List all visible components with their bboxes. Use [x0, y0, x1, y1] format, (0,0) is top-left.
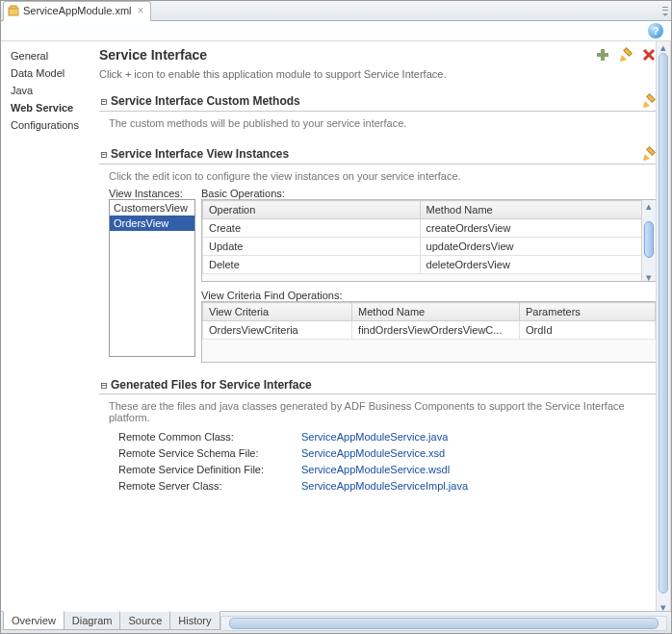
- tab-source[interactable]: Source: [120, 611, 170, 630]
- section-custom-methods: ⊟ Service Interface Custom Methods The c…: [99, 93, 657, 129]
- help-bar: ?: [1, 21, 671, 41]
- column-header[interactable]: Parameters: [519, 303, 655, 321]
- edit-icon[interactable]: [641, 146, 657, 162]
- view-instances-list[interactable]: CustomersView OrdersView: [109, 199, 195, 357]
- list-item[interactable]: OrdersView: [110, 216, 194, 231]
- section-desc: The custom methods will be published to …: [109, 117, 657, 129]
- sidebar-item-configurations[interactable]: Configurations: [1, 116, 90, 134]
- editor-tab-label: ServiceAppModule.xml: [23, 5, 132, 16]
- edit-icon[interactable]: [641, 93, 657, 109]
- svg-rect-14: [647, 147, 655, 155]
- file-link[interactable]: ServiceAppModuleService.java: [301, 431, 657, 443]
- svg-marker-13: [643, 154, 650, 161]
- main-scrollbar[interactable]: ▴ ▾: [656, 41, 670, 611]
- view-criteria-label: View Criteria Find Operations:: [201, 290, 657, 301]
- scroll-thumb[interactable]: [229, 618, 659, 629]
- svg-rect-2: [662, 7, 668, 8]
- file-label: Remote Server Class:: [118, 480, 301, 492]
- column-header[interactable]: Method Name: [352, 303, 520, 321]
- sidebar-item-label: General: [11, 50, 48, 62]
- sidebar-item-general[interactable]: General: [1, 47, 90, 64]
- list-item[interactable]: CustomersView: [110, 200, 194, 216]
- sidebar-item-data-model[interactable]: Data Model: [1, 64, 90, 82]
- close-icon[interactable]: ×: [136, 4, 144, 17]
- app-module-icon: [8, 5, 19, 16]
- svg-rect-12: [647, 94, 655, 102]
- svg-rect-1: [11, 6, 16, 9]
- svg-marker-11: [643, 101, 650, 108]
- table-row[interactable]: DeletedeleteOrdersView: [203, 256, 656, 274]
- sidebar-item-java[interactable]: Java: [1, 82, 90, 99]
- section-desc: These are the files and java classes gen…: [109, 400, 657, 423]
- svg-rect-6: [597, 53, 608, 57]
- edit-icon[interactable]: [618, 47, 633, 63]
- file-link[interactable]: ServiceAppModuleService.wsdl: [301, 464, 657, 475]
- collapse-icon[interactable]: ⊟: [99, 379, 109, 392]
- scroll-down-icon[interactable]: ▾: [657, 601, 670, 611]
- sidebar-item-label: Data Model: [11, 67, 65, 79]
- file-link[interactable]: ServiceAppModuleServiceImpl.java: [301, 480, 657, 492]
- section-view-instances: ⊟ Service Interface View Instances Click…: [99, 146, 657, 363]
- table-row[interactable]: OrdersViewCriteria findOrdersViewOrdersV…: [203, 321, 656, 340]
- view-criteria-table: View Criteria Method Name Parameters Ord…: [201, 301, 657, 363]
- svg-marker-7: [620, 55, 627, 62]
- scroll-down-icon[interactable]: ▾: [642, 271, 656, 281]
- tab-history[interactable]: History: [170, 611, 220, 630]
- scroll-up-icon[interactable]: ▴: [657, 41, 670, 51]
- page-title: Service Interface: [99, 47, 207, 63]
- main-panel: Service Interface Click + icon to enable…: [90, 41, 671, 611]
- svg-rect-8: [624, 48, 632, 56]
- section-desc: Click the edit icon to configure the vie…: [109, 170, 657, 182]
- editor-tab[interactable]: ServiceAppModule.xml ×: [3, 1, 151, 21]
- sidebar-item-label: Java: [11, 85, 33, 96]
- section-generated-files: ⊟ Generated Files for Service Interface …: [99, 378, 657, 492]
- tab-diagram[interactable]: Diagram: [65, 611, 121, 630]
- scroll-thumb[interactable]: [659, 53, 668, 594]
- page-subtitle: Click + icon to enable this application …: [99, 68, 657, 80]
- collapse-icon[interactable]: ⊟: [99, 148, 109, 161]
- basic-operations-table: Operation Method Name CreatecreateOrders…: [201, 199, 657, 282]
- table-row[interactable]: CreatecreateOrdersView: [203, 219, 656, 238]
- sidebar-item-label: Web Service: [11, 102, 73, 114]
- svg-rect-3: [662, 10, 668, 11]
- horizontal-scrollbar[interactable]: [220, 616, 667, 631]
- scroll-up-icon[interactable]: ▴: [642, 200, 656, 210]
- file-label: Remote Service Schema File:: [118, 447, 301, 459]
- file-label: Remote Common Class:: [118, 431, 301, 443]
- delete-icon[interactable]: [641, 47, 657, 63]
- section-title: Service Interface View Instances: [111, 147, 289, 161]
- panel-menu-icon[interactable]: [659, 1, 671, 20]
- svg-marker-4: [662, 13, 668, 16]
- section-title: Generated Files for Service Interface: [111, 378, 312, 392]
- tab-overview[interactable]: Overview: [3, 611, 65, 630]
- table-row[interactable]: UpdateupdateOrdersView: [203, 238, 656, 256]
- file-link[interactable]: ServiceAppModuleService.xsd: [301, 447, 657, 459]
- section-title: Service Interface Custom Methods: [111, 94, 300, 108]
- scroll-thumb[interactable]: [644, 221, 654, 258]
- column-header[interactable]: Method Name: [420, 201, 655, 219]
- file-label: Remote Service Definition File:: [118, 464, 301, 475]
- column-header[interactable]: View Criteria: [203, 303, 352, 321]
- column-header[interactable]: Operation: [203, 201, 421, 219]
- add-icon[interactable]: [595, 47, 610, 63]
- table-scrollbar[interactable]: ▴ ▾: [641, 200, 656, 281]
- editor-tab-bar: ServiceAppModule.xml ×: [1, 1, 671, 21]
- page-toolbar: [595, 47, 657, 63]
- basic-operations-label: Basic Operations:: [201, 188, 657, 199]
- collapse-icon[interactable]: ⊟: [99, 95, 109, 108]
- category-sidebar: General Data Model Java Web Service Conf…: [1, 41, 90, 611]
- bottom-tab-bar: Overview Diagram Source History: [1, 611, 671, 633]
- help-icon[interactable]: ?: [648, 23, 663, 38]
- sidebar-item-web-service[interactable]: Web Service: [1, 99, 90, 116]
- sidebar-item-label: Configurations: [11, 119, 79, 131]
- view-instances-label: View Instances:: [109, 188, 195, 199]
